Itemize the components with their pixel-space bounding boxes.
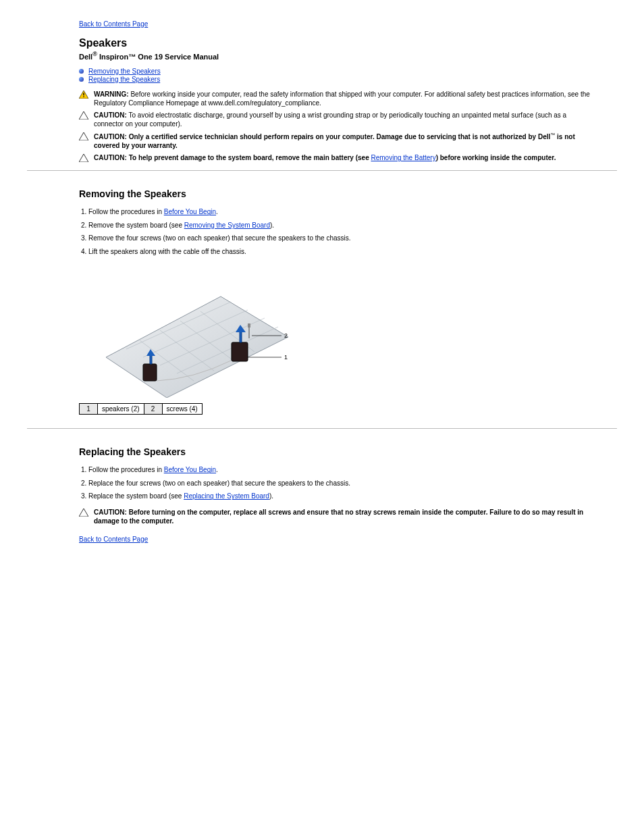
- removing-steps: Follow the procedures in Before You Begi…: [79, 207, 617, 256]
- back-to-contents-link-bottom[interactable]: Back to Contents Page: [79, 536, 148, 543]
- subtitle-model: Inspiron™ One 19 Service Manual: [97, 53, 219, 61]
- list-item: Follow the procedures in Before You Begi…: [88, 207, 617, 217]
- toc-link-removing[interactable]: Removing the Speakers: [88, 68, 161, 75]
- caution-auth-callout: CAUTION: Only a certified service techni…: [79, 132, 590, 151]
- svg-marker-4: [79, 132, 88, 140]
- page-title: Speakers: [79, 37, 617, 49]
- toc-link-replacing[interactable]: Replacing the Speakers: [88, 76, 160, 83]
- caution-power-text: Before turning on the computer, replace …: [94, 509, 583, 525]
- warning-label: WARNING:: [94, 90, 129, 98]
- caution-auth-text-pre: Only a certified service technician shou…: [127, 133, 550, 140]
- figure-label-table: 1 speakers (2) 2 screws (4): [79, 403, 203, 415]
- table-cell-label: speakers (2): [98, 404, 144, 415]
- svg-marker-5: [79, 154, 88, 162]
- list-item: Replace the four screws (two on each spe…: [88, 479, 617, 488]
- warning-icon: [79, 90, 88, 99]
- list-item: Remove the four screws (two on each spea…: [88, 234, 617, 243]
- divider: [27, 170, 617, 171]
- table-of-contents: Removing the Speakers Replacing the Spea…: [79, 68, 617, 83]
- replacing-steps: Follow the procedures in Before You Begi…: [79, 465, 617, 501]
- table-cell-num: 1: [80, 404, 98, 415]
- caution-esd-label: CAUTION:: [94, 111, 127, 119]
- svg-marker-25: [79, 509, 88, 517]
- caution-battery-callout: CAUTION: To help prevent damage to the s…: [79, 153, 590, 163]
- removing-battery-link[interactable]: Removing the Battery: [371, 154, 435, 161]
- page-subtitle: Dell® Inspiron™ One 19 Service Manual: [79, 51, 617, 61]
- list-item: Lift the speakers along with the cable o…: [88, 247, 617, 257]
- svg-rect-18: [232, 342, 248, 361]
- caution-power-label: CAUTION:: [94, 509, 127, 516]
- table-cell-num: 2: [144, 404, 162, 415]
- caution-icon: [79, 509, 88, 517]
- caution-battery-label: CAUTION:: [94, 154, 127, 161]
- list-item: Replace the system board (see Replacing …: [88, 492, 617, 501]
- subtitle-prefix: Dell: [79, 53, 92, 61]
- warning-text: Before working inside your computer, rea…: [94, 90, 590, 107]
- before-you-begin-link-2[interactable]: Before You Begin: [164, 466, 216, 473]
- caution-auth-label: CAUTION:: [94, 133, 127, 140]
- replacing-system-board-link[interactable]: Replacing the System Board: [184, 492, 269, 500]
- caution-icon: [79, 111, 88, 120]
- caution-power-callout: CAUTION: Before turning on the computer,…: [79, 508, 590, 526]
- replacing-speakers-heading: Replacing the Speakers: [79, 446, 617, 457]
- svg-marker-6: [106, 296, 288, 398]
- divider: [27, 428, 617, 429]
- removing-speakers-heading: Removing the Speakers: [79, 188, 617, 199]
- caution-battery-pre: To help prevent damage to the system boa…: [127, 154, 371, 161]
- svg-rect-15: [143, 364, 157, 381]
- back-to-contents-link[interactable]: Back to Contents Page: [79, 20, 148, 28]
- callout-1-label: 1: [284, 354, 288, 361]
- table-cell-label: screws (4): [162, 404, 202, 415]
- caution-icon: [79, 132, 88, 140]
- list-item: Follow the procedures in Before You Begi…: [88, 465, 617, 475]
- caution-battery-post: ) before working inside the computer.: [436, 154, 556, 161]
- list-item: Remove the system board (see Removing th…: [88, 221, 617, 230]
- svg-rect-22: [248, 323, 250, 328]
- svg-marker-3: [79, 111, 88, 120]
- warning-callout: WARNING: Before working inside your comp…: [79, 90, 590, 108]
- registered-icon: ®: [92, 51, 97, 57]
- svg-rect-2: [83, 96, 84, 97]
- figure: 2 1 1 speakers (2) 2 screws (4): [79, 263, 617, 415]
- callout-2-label: 2: [284, 332, 288, 339]
- removing-system-board-link[interactable]: Removing the System Board: [184, 221, 270, 229]
- caution-esd-text: To avoid electrostatic discharge, ground…: [94, 111, 566, 128]
- caution-icon: [79, 154, 88, 162]
- chassis-illustration: 2 1: [79, 263, 302, 398]
- before-you-begin-link[interactable]: Before You Begin: [164, 208, 216, 215]
- svg-rect-1: [83, 93, 84, 95]
- caution-esd-callout: CAUTION: To avoid electrostatic discharg…: [79, 111, 590, 129]
